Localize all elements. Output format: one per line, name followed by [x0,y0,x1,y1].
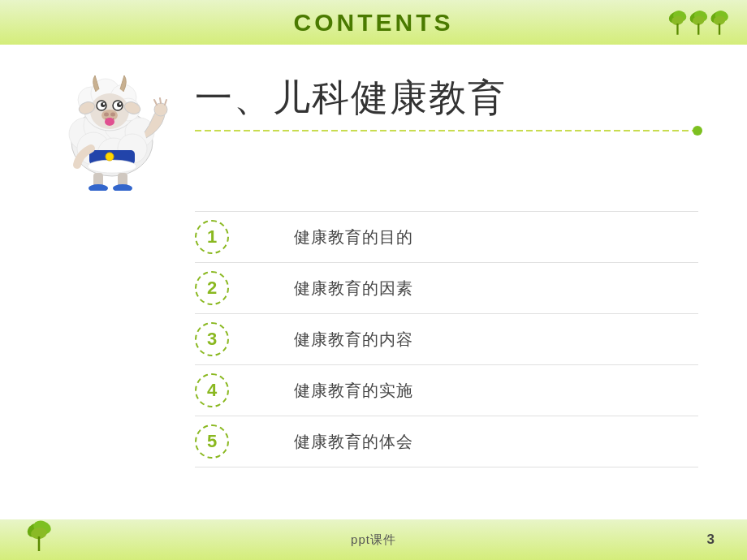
footer-text: ppt课件 [351,532,396,548]
header-title: CONTENTS [294,9,454,37]
svg-point-43 [113,184,132,191]
list-item: 2健康教育的因素 [195,263,698,314]
svg-point-39 [88,160,136,173]
items-list: 1健康教育的目的2健康教育的因素3健康教育的内容4健康教育的实施5健康教育的体会 [195,211,698,467]
item-number: 4 [195,373,229,407]
footer-plant-icon [24,519,69,556]
footer-page-number: 3 [707,532,715,548]
section-heading-text: 一、儿科健康教育 [195,73,698,123]
item-number: 5 [195,424,229,459]
list-item: 5健康教育的体会 [195,416,698,467]
svg-point-34 [110,113,115,117]
list-item: 1健康教育的目的 [195,211,698,263]
item-number: 2 [195,271,229,305]
item-text: 健康教育的内容 [294,329,413,351]
section-heading-text-container: 一、儿科健康教育 [179,61,698,131]
sheep-icon [49,53,175,191]
item-text: 健康教育的体会 [294,431,413,453]
svg-point-28 [101,102,106,107]
svg-point-37 [105,118,114,126]
svg-point-33 [104,113,109,117]
svg-point-29 [117,102,122,107]
section-heading: 一、儿科健康教育 [49,61,698,195]
svg-line-46 [160,98,161,103]
svg-line-45 [154,100,157,105]
section-heading-underline [195,130,698,131]
svg-line-47 [165,100,166,105]
plant-decoration-icon [662,8,731,37]
main-content: 一、儿科健康教育 1健康教育的目的2健康教育的因素3健康教育的内容4健康教育的实… [0,45,747,484]
item-text: 健康教育的因素 [294,278,413,299]
item-text: 健康教育的目的 [294,226,413,248]
header: CONTENTS [0,0,747,45]
item-text: 健康教育的实施 [294,380,413,402]
list-item: 4健康教育的实施 [195,365,698,416]
list-item: 3健康教育的内容 [195,314,698,365]
svg-point-30 [103,103,105,105]
item-number: 3 [195,322,229,356]
svg-point-48 [106,153,114,161]
svg-point-42 [89,184,108,191]
sheep-character [49,53,179,195]
footer-plant-svg [24,519,69,553]
svg-point-31 [119,103,121,105]
footer: ppt课件 3 [0,519,747,560]
header-plants-decoration [662,8,731,37]
item-number: 1 [195,220,229,254]
